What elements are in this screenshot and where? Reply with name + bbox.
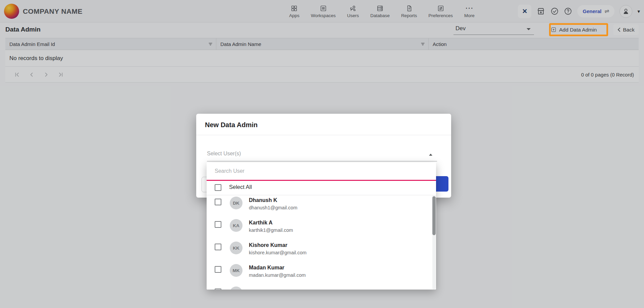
user-name: Kishore Kumar bbox=[249, 242, 287, 248]
screen: COMPANY NAME Apps Workspaces bbox=[0, 0, 644, 308]
user-name: Karthik A bbox=[249, 220, 273, 226]
user-avatar-initials: MK bbox=[230, 264, 243, 277]
user-select-dropdown: Select All DK Dhanush K dhanush1@gmail.c… bbox=[207, 162, 436, 290]
select-users-field[interactable]: Select User(s) bbox=[207, 149, 437, 161]
modal-title: New Data Admin bbox=[205, 121, 258, 129]
user-avatar-initials: DK bbox=[230, 197, 243, 209]
scrollbar-thumb[interactable] bbox=[432, 196, 436, 235]
user-checkbox[interactable] bbox=[215, 199, 221, 205]
user-option-row[interactable]: KK Kishore Kumar kishore.kumar@gmail.com bbox=[207, 240, 436, 262]
user-option-row[interactable]: DK Dhanush K dhanush1@gmail.com bbox=[207, 195, 436, 217]
search-user-input[interactable] bbox=[215, 162, 416, 180]
user-option-row[interactable]: KA Karthik A karthik1@gmail.com bbox=[207, 217, 436, 240]
user-checkbox[interactable] bbox=[215, 289, 221, 290]
select-users-placeholder: Select User(s) bbox=[207, 151, 241, 157]
user-email: dhanush1@gmail.com bbox=[249, 205, 298, 210]
user-avatar-initials: KA bbox=[230, 219, 243, 232]
select-all-checkbox[interactable] bbox=[215, 184, 221, 191]
user-option-row[interactable]: MK Madan Kumar madan.kumar@gmail.com bbox=[207, 262, 436, 285]
user-checkbox[interactable] bbox=[215, 266, 221, 273]
modal-divider bbox=[196, 135, 451, 135]
chevron-up-icon bbox=[429, 154, 432, 156]
user-name: Dhanush K bbox=[249, 197, 277, 203]
user-email: kishore.kumar@gmail.com bbox=[249, 250, 307, 255]
select-all-option[interactable]: Select All bbox=[207, 181, 436, 195]
user-email: karthik1@gmail.com bbox=[249, 227, 293, 233]
user-name: Madan Kumar bbox=[249, 265, 284, 271]
user-checkbox[interactable] bbox=[215, 221, 221, 228]
select-field-underline bbox=[207, 161, 437, 161]
user-avatar-initials bbox=[230, 287, 243, 290]
user-email: madan.kumar@gmail.com bbox=[249, 272, 306, 278]
user-checkbox[interactable] bbox=[215, 244, 221, 250]
user-option-row-partial[interactable] bbox=[207, 285, 436, 290]
user-avatar-initials: KK bbox=[230, 242, 243, 254]
select-all-label: Select All bbox=[229, 184, 252, 190]
